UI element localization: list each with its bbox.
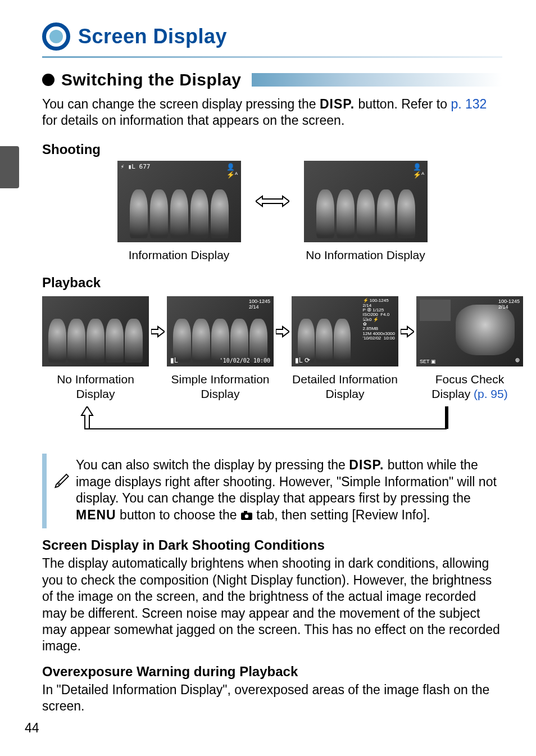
pb-block-1: No Information Display <box>42 296 149 402</box>
right-arrow-icon <box>276 325 289 338</box>
shooting-row: ⚡ ▮L 677 👤⚡ᴬ Information Display 👤⚡ᴬ No … <box>42 161 502 262</box>
overlay-text: SET ▣ <box>420 359 436 364</box>
note-text: You can also switch the display by press… <box>76 457 498 526</box>
title-row: Screen Display <box>42 22 502 51</box>
loopback-arrow <box>42 406 502 446</box>
overlay-text: ▮L ⟳ <box>295 356 310 364</box>
pb-block-4: 100-1245 2/14 ⊕ SET ▣ Focus Check Displa… <box>416 296 523 402</box>
pb-lcd-noinfo <box>42 296 149 366</box>
svg-point-4 <box>245 515 248 518</box>
right-arrow-icon <box>401 325 414 338</box>
side-tab <box>0 146 19 188</box>
arrow-cell <box>151 296 165 366</box>
overlay-text: 100-1245 2/14 <box>498 298 520 310</box>
camera-icon <box>240 508 253 525</box>
note-box: You can also switch the display by press… <box>42 454 502 529</box>
bullet-icon <box>42 74 54 86</box>
page-ref-link[interactable]: (p. 95) <box>474 387 508 400</box>
note-part-1: You can also switch the display by press… <box>76 458 349 472</box>
pb-lcd-focus: 100-1245 2/14 ⊕ SET ▣ <box>416 296 523 366</box>
page: { "title": "Screen Display", "section1":… <box>0 0 536 756</box>
section-row: Switching the Display <box>42 70 502 89</box>
shooting-heading: Shooting <box>42 142 502 157</box>
overlay-text: ⚡ 100-1245 2/14 P ⦿ 1/125 ISO200 F4.0 ☑±… <box>363 298 395 341</box>
page-ref-link[interactable]: p. 132 <box>451 97 487 111</box>
right-arrow-icon <box>151 325 165 338</box>
double-arrow-container <box>256 161 289 242</box>
arrow-cell <box>276 296 289 366</box>
intro-text-3: for details on information that appears … <box>42 113 344 128</box>
overexposure-heading: Overexposure Warning during Playback <box>42 664 502 680</box>
disp-button-label: DISP. <box>320 97 355 111</box>
pb-lcd-simple: 100-1245 2/14 '10/02/02 10:00 ▮L <box>167 296 274 366</box>
note-part-4: tab, then setting [Review Info]. <box>253 508 430 522</box>
arrow-cell <box>401 296 414 366</box>
overexposure-body: In "Detailed Information Display", overe… <box>42 682 502 715</box>
pb-caption-2: Simple Information Display <box>167 372 274 402</box>
intro-text-1: You can change the screen display pressi… <box>42 97 320 111</box>
pb-caption-3: Detailed Information Display <box>292 372 398 402</box>
shooting-info-block: ⚡ ▮L 677 👤⚡ᴬ Information Display <box>106 161 252 262</box>
double-arrow-icon <box>256 195 289 207</box>
playback-grid: No Information Display 100-1245 2/14 '10… <box>42 296 502 402</box>
overlay-text: ⚡ ▮L 677 <box>121 163 151 170</box>
page-title: Screen Display <box>78 25 227 48</box>
lcd-noinfo-display: 👤⚡ᴬ <box>304 161 428 242</box>
overlay-text: 100-1245 2/14 <box>249 298 270 310</box>
overlay-text: ⊕ <box>515 356 520 365</box>
intro-text-2: button. Refer to <box>355 97 451 111</box>
section-heading: Switching the Display <box>61 70 242 89</box>
menu-button-label: MENU <box>76 508 116 522</box>
shooting-noinfo-block: 👤⚡ᴬ No Information Display <box>293 161 439 262</box>
pb-caption-4: Focus Check Display (p. 95) <box>416 372 523 402</box>
title-rule <box>42 56 502 58</box>
lcd-info-display: ⚡ ▮L 677 👤⚡ᴬ <box>117 161 241 242</box>
pb-block-2: 100-1245 2/14 '10/02/02 10:00 ▮L Simple … <box>167 296 274 402</box>
shooting-caption-1: Information Display <box>129 248 230 262</box>
note-part-3: button to choose the <box>116 508 240 522</box>
pencil-note-icon <box>52 468 76 491</box>
pb-block-3: ⚡ 100-1245 2/14 P ⦿ 1/125 ISO200 F4.0 ☑±… <box>292 296 398 402</box>
disp-button-label: DISP. <box>349 458 384 472</box>
page-number: 44 <box>25 721 39 736</box>
svg-rect-3 <box>244 511 247 513</box>
person-icon: 👤⚡ᴬ <box>226 163 238 179</box>
pb-lcd-detailed: ⚡ 100-1245 2/14 P ⦿ 1/125 ISO200 F4.0 ☑±… <box>292 296 398 366</box>
shooting-caption-2: No Information Display <box>306 248 425 262</box>
person-icon: 👤⚡ᴬ <box>413 163 424 179</box>
overlay-text: ▮L <box>170 356 178 364</box>
intro-paragraph: You can change the screen display pressi… <box>42 96 502 129</box>
loopback-arrow-icon <box>42 406 503 446</box>
overlay-text: '10/02/02 10:00 <box>220 357 270 364</box>
heading-gradient <box>252 73 502 87</box>
playback-heading: Playback <box>42 275 502 291</box>
dark-heading: Screen Display in Dark Shooting Conditio… <box>42 537 502 553</box>
pb-caption-1: No Information Display <box>42 372 149 402</box>
circle-icon <box>42 22 70 51</box>
dark-body: The display automatically brightens when… <box>42 555 502 655</box>
